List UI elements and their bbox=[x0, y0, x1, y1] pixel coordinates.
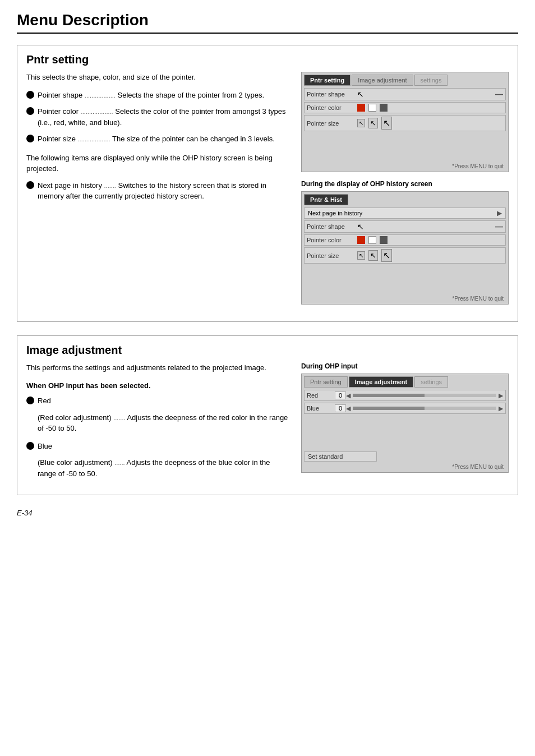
color-box-dark bbox=[380, 104, 388, 112]
slider-label-blue: Blue bbox=[307, 405, 335, 412]
tab-image-adjustment[interactable]: Image adjustment bbox=[352, 75, 413, 86]
bullet-next-page-history: Next page in history ....... Switches to… bbox=[26, 180, 290, 202]
menu-row-pointer-shape: Pointer shape ↖ ― bbox=[304, 88, 506, 100]
bullet-label-red: Red bbox=[38, 397, 51, 405]
bullet-desc-size: The size of the pointer can be changed i… bbox=[112, 135, 275, 143]
red-desc-block: (Red color adjustment) ....... Adjusts t… bbox=[38, 412, 290, 434]
bullet-pointer-color: Pointer color ................... Select… bbox=[26, 106, 290, 128]
slider-right-arrow-red: ▶ bbox=[499, 392, 503, 399]
pntr-section-content: This selects the shape, color, and size … bbox=[26, 72, 509, 312]
pntr-tabs: Pntr setting Image adjustment settings bbox=[304, 75, 506, 86]
page-title: Menu Description bbox=[17, 11, 518, 34]
slider-right-arrow-blue: ▶ bbox=[499, 405, 503, 412]
bullet-label-color: Pointer color ................... bbox=[38, 106, 113, 117]
img-tab-pntr[interactable]: Pntr setting bbox=[304, 376, 348, 388]
color-box-white bbox=[368, 104, 376, 112]
panel2-footer: *Press MENU to quit bbox=[304, 296, 506, 302]
hist-row-pointer-size: Pointer size ↖ ↖ ↖ bbox=[304, 247, 506, 264]
hist-tabs: Pntr & Hist bbox=[304, 194, 506, 205]
tab-settings: settings bbox=[414, 75, 448, 86]
pntr-left: This selects the shape, color, and size … bbox=[26, 72, 290, 312]
slider-val-red: 0 bbox=[335, 391, 346, 399]
set-standard-row[interactable]: Set standard bbox=[304, 451, 377, 462]
tab-pntr-setting[interactable]: Pntr setting bbox=[304, 75, 350, 86]
pntr-setting-section: Pntr setting This selects the shape, col… bbox=[17, 45, 518, 322]
panel1-footer: *Press MENU to quit bbox=[304, 163, 506, 169]
dash-icon-1: ― bbox=[495, 90, 503, 99]
bullet-label-size: Pointer size ................... bbox=[38, 133, 110, 145]
bullet-pointer-shape: Pointer shape .................. Selects… bbox=[26, 90, 290, 101]
blue-desc-block: (Blue color adjustment) ...... Adjusts t… bbox=[38, 457, 290, 479]
hist-next-page-label: Next page in history bbox=[308, 210, 362, 216]
bullet-dot bbox=[26, 91, 34, 99]
hist-color-controls bbox=[357, 236, 503, 244]
menu-label-pointer-shape: Pointer shape bbox=[307, 91, 357, 98]
hist-cursor-icon: ↖ bbox=[357, 222, 364, 231]
bullet-dot bbox=[26, 107, 34, 115]
bullet-red: Red bbox=[26, 395, 290, 407]
page-number: E-34 bbox=[17, 509, 518, 517]
image-panel-footer: *Press MENU to quit bbox=[304, 464, 506, 470]
red-sub: (Red color adjustment) bbox=[38, 413, 112, 422]
img-tab-image-adj[interactable]: Image adjustment bbox=[349, 376, 414, 388]
image-adjustment-section: Image adjustment This performs the setti… bbox=[17, 335, 518, 495]
img-tab-settings: settings bbox=[414, 376, 448, 388]
hist-dash-icon: ― bbox=[495, 222, 503, 231]
pntr-menu-panel-2: Pntr & Hist Next page in history ▶ Point… bbox=[301, 191, 509, 305]
image-intro: This performs the settings and adjustmen… bbox=[26, 362, 290, 374]
bullet-text-shape: Pointer shape .................. Selects… bbox=[38, 90, 290, 101]
ohp-input-label: During OHP input bbox=[301, 362, 509, 370]
size-icon-md: ↖ bbox=[368, 118, 378, 128]
menu-label-pointer-color: Pointer color bbox=[307, 104, 357, 111]
hist-label-pointer-size: Pointer size bbox=[307, 252, 357, 259]
bullet-pointer-size: Pointer size ................... The siz… bbox=[26, 133, 290, 145]
pointer-size-controls: ↖ ↖ ↖ bbox=[357, 117, 503, 130]
pointer-color-controls bbox=[357, 104, 503, 112]
slider-left-arrow-red: ◀ bbox=[346, 392, 350, 399]
pntr-section-title: Pntr setting bbox=[26, 53, 509, 66]
bullet-text-blue: Blue bbox=[38, 441, 290, 452]
image-right: During OHP input Pntr setting Image adju… bbox=[301, 362, 509, 486]
slider-track-blue[interactable] bbox=[353, 407, 496, 410]
pointer-shape-controls: ↖ ― bbox=[357, 90, 503, 99]
hist-size-icon-md: ↖ bbox=[368, 250, 378, 261]
hist-label-pointer-color: Pointer color bbox=[307, 237, 357, 243]
blue-sub: (Blue color adjustment) bbox=[38, 458, 113, 467]
pntr-right: Pntr setting Image adjustment settings P… bbox=[301, 72, 509, 312]
bullet-text-color: Pointer color ................... Select… bbox=[38, 106, 290, 128]
hist-size-icon-sm: ↖ bbox=[357, 251, 365, 260]
bullet-label-shape: Pointer shape .................. bbox=[38, 90, 116, 101]
slider-label-red: Red bbox=[307, 392, 335, 399]
bullet-text-red: Red bbox=[38, 395, 290, 407]
slider-val-blue: 0 bbox=[335, 404, 346, 412]
hist-next-arrow: ▶ bbox=[497, 209, 502, 217]
menu-row-pointer-size: Pointer size ↖ ↖ ↖ bbox=[304, 115, 506, 131]
hist-shape-controls: ↖ ― bbox=[357, 222, 503, 231]
following-note: The following items are displayed only w… bbox=[26, 153, 290, 174]
blue-dots: ...... bbox=[114, 459, 124, 466]
pntr-menu-panel-1: Pntr setting Image adjustment settings P… bbox=[301, 72, 509, 172]
hist-color-box-dark bbox=[380, 236, 388, 244]
bullet-dot bbox=[26, 397, 34, 404]
ohp-subsection-title: When OHP input has been selected. bbox=[26, 380, 290, 391]
image-tabs: Pntr setting Image adjustment settings bbox=[304, 376, 506, 388]
image-menu-panel: Pntr setting Image adjustment settings R… bbox=[301, 374, 509, 473]
slider-row-blue: Blue 0 ◀ ▶ bbox=[304, 403, 506, 414]
hist-row-pointer-color: Pointer color bbox=[304, 234, 506, 246]
hist-size-controls: ↖ ↖ ↖ bbox=[357, 249, 503, 262]
bullet-desc-shape: Selects the shape of the pointer from 2 … bbox=[118, 91, 265, 99]
image-section-content: This performs the settings and adjustmen… bbox=[26, 362, 509, 486]
image-left: This performs the settings and adjustmen… bbox=[26, 362, 290, 486]
slider-left-arrow-blue: ◀ bbox=[346, 405, 350, 412]
hist-next-page-row: Next page in history ▶ bbox=[304, 208, 506, 219]
hist-size-icon-lg: ↖ bbox=[381, 249, 392, 262]
size-icon-lg: ↖ bbox=[381, 117, 392, 130]
bullet-label-blue: Blue bbox=[38, 442, 52, 450]
set-standard-label: Set standard bbox=[308, 453, 343, 460]
bullet-dot bbox=[26, 181, 34, 189]
slider-track-red[interactable] bbox=[353, 394, 496, 397]
color-box-red bbox=[357, 104, 365, 112]
bullet-label-history: Next page in history ....... bbox=[38, 180, 116, 191]
ohp-history-label: During the display of OHP history screen bbox=[301, 180, 509, 188]
tab-pntr-hist[interactable]: Pntr & Hist bbox=[304, 194, 348, 205]
